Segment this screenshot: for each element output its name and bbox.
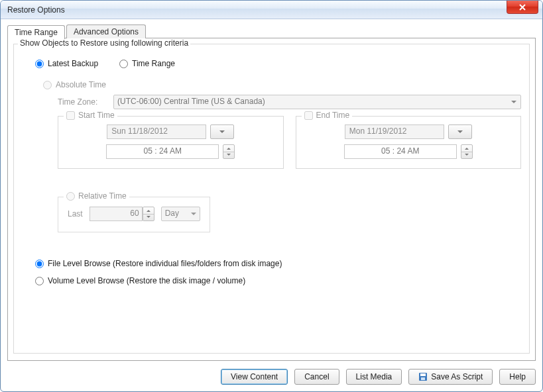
backup-mode-row: Latest Backup Time Range [35,59,521,68]
timezone-value: (UTC-06:00) Central Time (US & Canada) [117,97,265,106]
timezone-select[interactable]: (UTC-06:00) Central Time (US & Canada) [113,95,521,109]
end-time-fieldset: End Time Mon 11/19/2012 05 : 24 AM [296,116,522,169]
radio-volume-level-browse-input[interactable] [35,277,44,285]
end-time-input[interactable]: 05 : 24 AM [344,144,457,159]
start-time-label: Start Time [78,111,115,120]
list-media-button[interactable]: List Media [346,369,402,385]
start-time-checkbox [66,111,75,120]
close-icon [518,3,526,11]
time-groups: Start Time Sun 11/18/2012 05 : 24 AM [58,116,521,169]
restore-options-window: Restore Options Time Range Advanced Opti… [0,0,543,392]
tab-advanced-options[interactable]: Advanced Options [66,24,146,38]
end-date-dropdown[interactable] [448,124,472,139]
radio-latest-backup[interactable]: Latest Backup [35,59,98,68]
browse-mode-block: File Level Browse (Restore individual fi… [35,259,521,285]
radio-absolute-time-label: Absolute Time [56,80,106,89]
absolute-time-section: Absolute Time Time Zone: (UTC-06:00) Cen… [43,80,521,232]
criteria-label: Show Objects to Restore using following … [18,38,190,48]
radio-time-range-input[interactable] [119,60,128,68]
end-date-input[interactable]: Mon 11/19/2012 [345,124,444,139]
last-unit-select[interactable]: Day [161,207,200,221]
radio-file-level-browse[interactable]: File Level Browse (Restore individual fi… [35,259,521,268]
timezone-label: Time Zone: [58,97,100,107]
last-label: Last [68,209,83,219]
start-date-input[interactable]: Sun 11/18/2012 [107,124,206,139]
last-value-input[interactable]: 60 [90,207,143,221]
start-time-spinner[interactable] [223,144,235,159]
radio-volume-level-browse-label: Volume Level Browse (Restore the disk im… [48,276,245,285]
radio-volume-level-browse[interactable]: Volume Level Browse (Restore the disk im… [35,276,521,285]
radio-time-range[interactable]: Time Range [119,59,175,68]
svg-rect-2 [421,377,425,380]
help-button[interactable]: Help [499,369,536,385]
tab-strip: Time Range Advanced Options [7,24,536,38]
radio-absolute-time[interactable]: Absolute Time [43,80,521,89]
criteria-group: Show Objects to Restore using following … [13,44,530,354]
radio-file-level-browse-label: File Level Browse (Restore individual fi… [48,259,282,268]
last-value-spinner[interactable] [143,207,154,221]
tab-time-range[interactable]: Time Range [7,25,65,39]
start-time-fieldset: Start Time Sun 11/18/2012 05 : 24 AM [58,116,284,169]
client-area: Time Range Advanced Options Show Objects… [1,19,542,391]
titlebar: Restore Options [1,1,542,19]
close-button[interactable] [507,1,538,14]
timezone-row: Time Zone: (UTC-06:00) Central Time (US … [58,95,521,109]
relative-time-legend: Relative Time [64,191,129,201]
start-time-input[interactable]: 05 : 24 AM [106,144,219,159]
titlebar-buttons [507,1,542,14]
radio-time-range-label: Time Range [132,59,175,68]
radio-relative-time-label: Relative Time [78,191,127,201]
last-unit-value: Day [165,209,179,218]
radio-latest-backup-input[interactable] [35,60,44,68]
floppy-disk-icon [418,372,428,381]
save-as-script-label: Save As Script [431,372,483,381]
window-title: Restore Options [7,5,65,15]
svg-rect-1 [420,373,426,376]
radio-absolute-time-input [43,81,52,89]
start-date-dropdown[interactable] [210,124,234,139]
radio-latest-backup-label: Latest Backup [48,59,98,68]
end-time-label: End Time [316,111,350,120]
view-content-button[interactable]: View Content [221,369,288,385]
dialog-footer: View Content Cancel List Media Save As S… [7,361,536,385]
end-time-spinner[interactable] [461,144,473,159]
tab-page-time-range: Show Objects to Restore using following … [7,38,536,361]
radio-relative-time-input [66,192,75,201]
cancel-button[interactable]: Cancel [294,369,339,385]
end-time-legend: End Time [302,111,353,120]
end-time-checkbox [304,111,313,120]
start-time-legend: Start Time [64,111,117,120]
relative-time-fieldset: Relative Time Last 60 Day [58,197,210,232]
save-as-script-button[interactable]: Save As Script [408,369,493,385]
radio-file-level-browse-input[interactable] [35,260,44,268]
